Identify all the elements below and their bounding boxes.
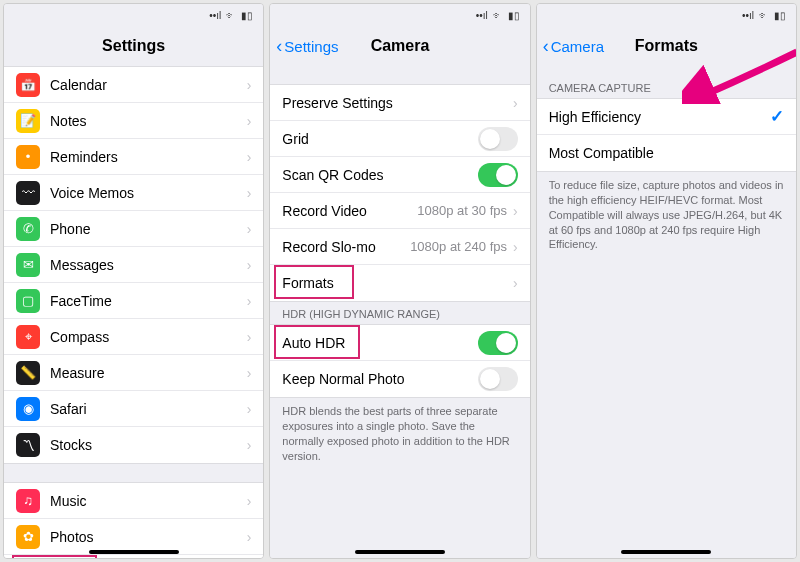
row-facetime[interactable]: ▢FaceTime› — [4, 283, 263, 319]
row-label: FaceTime — [50, 293, 247, 309]
battery-icon: ▮▯ — [508, 10, 520, 21]
status-bar: ••ıl ᯤ ▮▯ — [270, 4, 529, 26]
app-icon: 📝 — [16, 109, 40, 133]
row-label: Safari — [50, 401, 247, 417]
chevron-left-icon: ‹ — [276, 36, 282, 57]
back-button[interactable]: ‹ Settings — [276, 36, 338, 57]
chevron-right-icon: › — [247, 221, 252, 237]
back-label: Settings — [284, 38, 338, 55]
row-record-video[interactable]: Record Video1080p at 30 fps› — [270, 193, 529, 229]
app-icon: ▢ — [16, 289, 40, 313]
formats-footnote: To reduce file size, capture photos and … — [537, 172, 796, 258]
row-keep-normal-photo[interactable]: Keep Normal Photo — [270, 361, 529, 397]
settings-pane: ••ıl ᯤ ▮▯ Settings 📅Calendar›📝Notes›•Rem… — [3, 3, 264, 559]
row-most-compatible[interactable]: Most Compatible — [537, 135, 796, 171]
row-auto-hdr[interactable]: Auto HDR — [270, 325, 529, 361]
app-icon: 〽 — [16, 433, 40, 457]
back-label: Camera — [551, 38, 604, 55]
app-icon: ✿ — [16, 525, 40, 549]
row-label: Keep Normal Photo — [282, 371, 477, 387]
page-title: Formats — [635, 37, 698, 55]
signal-icon: ••ıl — [209, 10, 221, 21]
toggle[interactable] — [478, 163, 518, 187]
wifi-icon: ᯤ — [759, 10, 769, 21]
nav-bar: ‹ Camera Formats — [537, 26, 796, 66]
row-label: Phone — [50, 221, 247, 237]
app-icon: 〰 — [16, 181, 40, 205]
app-icon: ✉ — [16, 253, 40, 277]
chevron-right-icon: › — [247, 437, 252, 453]
chevron-right-icon: › — [247, 329, 252, 345]
row-label: Photos — [50, 529, 247, 545]
row-calendar[interactable]: 📅Calendar› — [4, 67, 263, 103]
home-indicator[interactable] — [355, 550, 445, 554]
row-label: Record Slo-mo — [282, 239, 410, 255]
row-label: High Efficiency — [549, 109, 770, 125]
page-title: Camera — [371, 37, 430, 55]
row-compass[interactable]: ⌖Compass› — [4, 319, 263, 355]
checkmark-icon: ✓ — [770, 106, 784, 127]
row-label: Messages — [50, 257, 247, 273]
wifi-icon: ᯤ — [226, 10, 236, 21]
app-icon: • — [16, 145, 40, 169]
signal-icon: ••ıl — [742, 10, 754, 21]
row-voice-memos[interactable]: 〰Voice Memos› — [4, 175, 263, 211]
row-label: Scan QR Codes — [282, 167, 477, 183]
chevron-right-icon: › — [247, 77, 252, 93]
row-value: 1080p at 30 fps — [417, 203, 507, 218]
toggle[interactable] — [478, 367, 518, 391]
back-button[interactable]: ‹ Camera — [543, 36, 604, 57]
formats-list[interactable]: CAMERA CAPTURE High Efficiency✓Most Comp… — [537, 66, 796, 558]
row-high-efficiency[interactable]: High Efficiency✓ — [537, 99, 796, 135]
chevron-right-icon: › — [513, 95, 518, 111]
chevron-right-icon: › — [247, 529, 252, 545]
app-icon: ◉ — [16, 397, 40, 421]
row-label: Compass — [50, 329, 247, 345]
row-label: Most Compatible — [549, 145, 784, 161]
row-grid[interactable]: Grid — [270, 121, 529, 157]
toggle[interactable] — [478, 127, 518, 151]
home-indicator[interactable] — [89, 550, 179, 554]
row-scan-qr-codes[interactable]: Scan QR Codes — [270, 157, 529, 193]
row-notes[interactable]: 📝Notes› — [4, 103, 263, 139]
app-icon: 📅 — [16, 73, 40, 97]
row-phone[interactable]: ✆Phone› — [4, 211, 263, 247]
chevron-left-icon: ‹ — [543, 36, 549, 57]
home-indicator[interactable] — [621, 550, 711, 554]
chevron-right-icon: › — [247, 185, 252, 201]
row-reminders[interactable]: •Reminders› — [4, 139, 263, 175]
row-label: Calendar — [50, 77, 247, 93]
camera-settings[interactable]: Preserve Settings›GridScan QR CodesRecor… — [270, 66, 529, 558]
nav-bar: ‹ Settings Camera — [270, 26, 529, 66]
toggle[interactable] — [478, 331, 518, 355]
row-camera[interactable]: ◉Camera› — [4, 555, 263, 558]
formats-pane: ••ıl ᯤ ▮▯ ‹ Camera Formats CAMERA CAPTUR… — [536, 3, 797, 559]
row-label: Music — [50, 493, 247, 509]
row-record-slo-mo[interactable]: Record Slo-mo1080p at 240 fps› — [270, 229, 529, 265]
row-label: Grid — [282, 131, 477, 147]
status-bar: ••ıl ᯤ ▮▯ — [537, 4, 796, 26]
row-preserve-settings[interactable]: Preserve Settings› — [270, 85, 529, 121]
row-label: Reminders — [50, 149, 247, 165]
row-label: Measure — [50, 365, 247, 381]
row-label: Record Video — [282, 203, 417, 219]
row-label: Voice Memos — [50, 185, 247, 201]
status-bar: ••ıl ᯤ ▮▯ — [4, 4, 263, 26]
signal-icon: ••ıl — [476, 10, 488, 21]
row-formats[interactable]: Formats› — [270, 265, 529, 301]
chevron-right-icon: › — [513, 203, 518, 219]
row-value: 1080p at 240 fps — [410, 239, 507, 254]
row-measure[interactable]: 📏Measure› — [4, 355, 263, 391]
app-icon: 📏 — [16, 361, 40, 385]
settings-list[interactable]: 📅Calendar›📝Notes›•Reminders›〰Voice Memos… — [4, 66, 263, 558]
row-stocks[interactable]: 〽Stocks› — [4, 427, 263, 463]
camera-pane: ••ıl ᯤ ▮▯ ‹ Settings Camera Preserve Set… — [269, 3, 530, 559]
app-icon: ✆ — [16, 217, 40, 241]
row-safari[interactable]: ◉Safari› — [4, 391, 263, 427]
row-messages[interactable]: ✉Messages› — [4, 247, 263, 283]
row-music[interactable]: ♫Music› — [4, 483, 263, 519]
hdr-section-label: HDR (HIGH DYNAMIC RANGE) — [270, 302, 529, 324]
app-icon: ⌖ — [16, 325, 40, 349]
chevron-right-icon: › — [247, 293, 252, 309]
chevron-right-icon: › — [247, 149, 252, 165]
